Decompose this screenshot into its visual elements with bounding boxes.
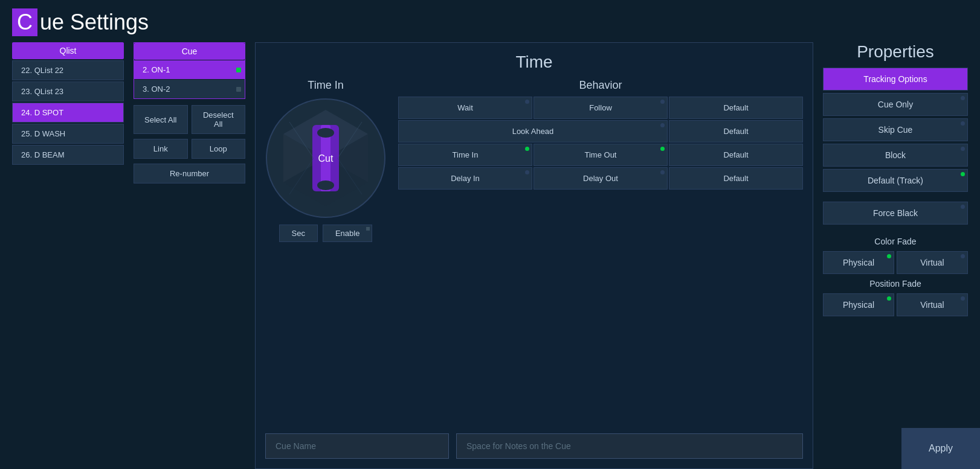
position-fade-label: Position Fade (823, 276, 968, 291)
wait-indicator (525, 100, 529, 104)
tracking-options-button[interactable]: Tracking Options (823, 68, 968, 91)
delay-out-indicator (660, 170, 665, 174)
cue-item-active[interactable]: 2. ON-1 (134, 60, 245, 79)
select-all-button[interactable]: Select All (134, 105, 188, 134)
color-fade-physical-indicator (887, 254, 891, 258)
behavior-title: Behavior (398, 79, 803, 92)
svg-text:Cut: Cut (318, 153, 334, 164)
list-item[interactable]: 26. D BEAM (12, 145, 124, 165)
force-black-indicator (961, 205, 965, 209)
cue-only-indicator (961, 96, 965, 100)
default-button-3[interactable]: Default (669, 144, 803, 166)
color-fade-label: Color Fade (823, 234, 968, 249)
title-accent: C (12, 8, 37, 36)
default-button-4[interactable]: Default (669, 167, 803, 190)
default-button-1[interactable]: Default (669, 97, 803, 119)
link-button[interactable]: Link (134, 139, 188, 159)
properties-title: Properties (823, 42, 968, 62)
skip-cue-indicator (961, 121, 965, 126)
cue-select-row: Select All Deselect All (134, 105, 245, 134)
dial-controls: Sec Enable (279, 225, 373, 242)
time-panel: Time Time In (255, 42, 813, 469)
properties-panel: Properties Tracking Options Cue Only Ski… (823, 42, 968, 469)
cue-panel: Cue 2. ON-1 3. ON-2 Select All Deselect … (134, 42, 245, 469)
look-ahead-button[interactable]: Look Ahead (398, 120, 668, 142)
qlist-panel: Qlist 22. QList 22 23. QList 23 24. D SP… (12, 42, 124, 469)
enable-corner-indicator (366, 227, 370, 231)
skip-cue-button[interactable]: Skip Cue (823, 118, 968, 141)
delay-in-button[interactable]: Delay In (398, 167, 532, 190)
apply-button[interactable]: Apply (901, 428, 980, 469)
delay-in-indicator (525, 170, 529, 174)
renumber-button[interactable]: Re-number (134, 164, 245, 183)
cue-indicator-green (236, 68, 241, 72)
position-fade-row: Physical Virtual (823, 293, 968, 316)
bottom-inputs (265, 433, 803, 459)
delay-out-button[interactable]: Delay Out (534, 167, 668, 190)
follow-button[interactable]: Follow (534, 97, 668, 119)
cue-only-button[interactable]: Cue Only (823, 93, 968, 116)
list-item-active[interactable]: 24. D SPOT (12, 103, 124, 123)
color-fade-virtual-indicator (961, 254, 965, 258)
cue-notes-input[interactable] (456, 433, 803, 459)
time-out-indicator (660, 147, 665, 151)
dial-label: Time In (308, 79, 343, 92)
page-title: Cue Settings (0, 0, 980, 42)
time-content: Time In (265, 79, 803, 242)
loop-button[interactable]: Loop (192, 139, 246, 159)
cue-link-row: Link Loop (134, 139, 245, 159)
cue-indicator-gray (236, 87, 241, 92)
enable-button[interactable]: Enable (323, 225, 372, 242)
cue-name-input[interactable] (265, 433, 449, 459)
svg-point-4 (317, 180, 334, 190)
position-fade-physical-indicator (887, 296, 891, 301)
deselect-all-button[interactable]: Deselect All (192, 105, 246, 134)
time-out-button[interactable]: Time Out (534, 144, 668, 166)
main-layout: Qlist 22. QList 22 23. QList 23 24. D SP… (0, 42, 980, 469)
cue-header: Cue (134, 43, 245, 60)
qlist-header: Qlist (12, 42, 124, 59)
svg-point-3 (317, 128, 334, 138)
list-item[interactable]: 23. QList 23 (12, 81, 124, 101)
time-in-button[interactable]: Time In (398, 144, 532, 166)
block-indicator (961, 147, 965, 151)
position-fade-virtual-button[interactable]: Virtual (897, 293, 968, 316)
default-button-2[interactable]: Default (669, 120, 803, 142)
look-ahead-indicator (660, 123, 665, 127)
time-in-indicator (525, 147, 529, 151)
color-fade-virtual-button[interactable]: Virtual (897, 251, 968, 274)
follow-indicator (660, 100, 665, 104)
behavior-section: Behavior Wait Follow Default (398, 79, 803, 190)
color-fade-row: Physical Virtual (823, 251, 968, 274)
force-black-button[interactable]: Force Black (823, 202, 968, 225)
cue-list: Cue 2. ON-1 3. ON-2 (134, 42, 245, 99)
default-track-button[interactable]: Default (Track) (823, 169, 968, 192)
dial-section: Time In (265, 79, 386, 242)
time-title: Time (265, 53, 803, 72)
behavior-grid: Wait Follow Default Look Ahead (398, 97, 803, 190)
position-fade-physical-button[interactable]: Physical (823, 293, 894, 316)
list-item[interactable]: 22. QList 22 (12, 60, 124, 80)
list-item[interactable]: 25. D WASH (12, 124, 124, 144)
spacer-1 (823, 194, 968, 199)
dial-control[interactable]: Cut (265, 98, 386, 219)
default-track-indicator (961, 172, 965, 176)
cue-item[interactable]: 3. ON-2 (134, 80, 245, 98)
wait-button[interactable]: Wait (398, 97, 532, 119)
spacer-2 (823, 227, 968, 232)
position-fade-virtual-indicator (961, 296, 965, 301)
color-fade-physical-button[interactable]: Physical (823, 251, 894, 274)
sec-button[interactable]: Sec (279, 225, 318, 242)
block-button[interactable]: Block (823, 144, 968, 167)
